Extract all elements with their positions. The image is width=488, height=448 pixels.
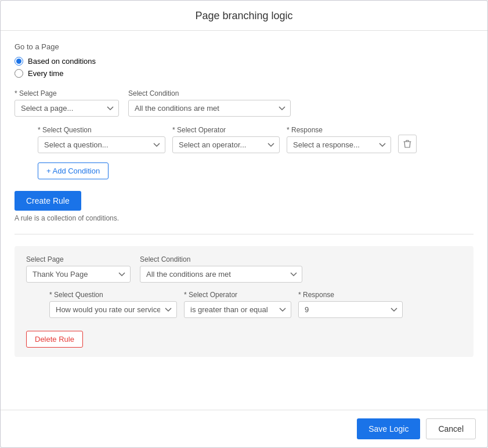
section-divider [15, 234, 473, 234]
existing-rule-response-group: * Response Select a response... 9 [298, 291, 403, 318]
modal-title: Page branching logic [12, 10, 476, 22]
radio-group: Based on conditions Every time [15, 57, 473, 78]
goto-page-label: Go to a Page [15, 42, 473, 51]
new-rule-select-condition-label: Select Condition [128, 89, 291, 97]
new-rule-select-condition-group: Select Condition All the conditions are … [128, 89, 291, 117]
new-rule-section: * Select Page Select a page... Thank You… [15, 89, 473, 222]
existing-rule-select-question-dropdown[interactable]: Select a question... How would you rate … [49, 301, 177, 318]
new-rule-select-condition-dropdown[interactable]: All the conditions are met Any of the co… [128, 100, 291, 117]
radio-every-time-label: Every time [28, 69, 63, 78]
new-rule-response-group: * Response Select a response... 9 [287, 126, 391, 153]
new-rule-select-question-group: * Select Question Select a question... H… [38, 126, 165, 153]
new-rule-select-page-group: * Select Page Select a page... Thank You… [15, 89, 119, 117]
new-rule-response-dropdown[interactable]: Select a response... 9 [287, 136, 391, 153]
existing-rule-select-condition-label: Select Condition [140, 255, 302, 263]
existing-rule-select-operator-label: * Select Operator [184, 291, 291, 299]
new-rule-select-operator-dropdown[interactable]: Select an operator... is greater than or… [172, 136, 280, 153]
new-rule-delete-condition-button[interactable] [398, 135, 417, 153]
add-condition-button[interactable]: + Add Condition [38, 162, 109, 179]
modal: Page branching logic Go to a Page Based … [0, 0, 488, 448]
new-rule-row1: * Select Page Select a page... Thank You… [15, 89, 473, 117]
modal-header: Page branching logic [1, 1, 487, 31]
existing-rule-select-page-label: Select Page [26, 255, 131, 263]
existing-rule-select-question-group: * Select Question Select a question... H… [49, 291, 177, 318]
new-rule-condition-row: * Select Question Select a question... H… [38, 126, 473, 153]
trash-icon [403, 139, 411, 149]
existing-rule-select-page-dropdown[interactable]: Thank You Page Page 2 [26, 266, 131, 283]
new-rule-select-question-dropdown[interactable]: Select a question... How would you rate … [38, 136, 165, 153]
new-rule-select-page-label: * Select Page [15, 89, 119, 97]
radio-every-time[interactable]: Every time [15, 69, 473, 78]
new-rule-select-operator-label: * Select Operator [172, 126, 280, 134]
existing-rule-section: Select Page Thank You Page Page 2 Select… [15, 246, 473, 357]
modal-footer: Save Logic Cancel [1, 410, 487, 447]
existing-rule-select-operator-dropdown[interactable]: Select an operator... is greater than or… [184, 301, 291, 318]
existing-rule-select-question-label: * Select Question [49, 291, 177, 299]
existing-rule-row1: Select Page Thank You Page Page 2 Select… [26, 255, 462, 283]
new-rule-select-page-dropdown[interactable]: Select a page... Thank You Page Page 2 [15, 100, 119, 117]
existing-rule-select-condition-dropdown[interactable]: All the conditions are met Any of the co… [140, 266, 302, 283]
delete-rule-button[interactable]: Delete Rule [26, 331, 83, 348]
existing-rule-select-page-group: Select Page Thank You Page Page 2 [26, 255, 131, 283]
radio-based-on-conditions[interactable]: Based on conditions [15, 57, 473, 66]
new-rule-response-label: * Response [287, 126, 391, 134]
existing-rule-condition-row: * Select Question Select a question... H… [49, 291, 462, 318]
existing-rule-response-label: * Response [298, 291, 403, 299]
cancel-button[interactable]: Cancel [426, 418, 476, 439]
create-rule-area: Create Rule A rule is a collection of co… [15, 191, 473, 222]
save-logic-button[interactable]: Save Logic [357, 418, 420, 439]
create-rule-button[interactable]: Create Rule [15, 191, 81, 211]
rule-hint: A rule is a collection of conditions. [15, 214, 473, 222]
modal-body: Go to a Page Based on conditions Every t… [1, 31, 487, 410]
existing-rule-select-operator-group: * Select Operator Select an operator... … [184, 291, 291, 318]
radio-based-on-conditions-label: Based on conditions [28, 57, 96, 66]
new-rule-select-question-label: * Select Question [38, 126, 165, 134]
existing-rule-response-dropdown[interactable]: Select a response... 9 [298, 301, 403, 318]
new-rule-select-operator-group: * Select Operator Select an operator... … [172, 126, 280, 153]
existing-rule-select-condition-group: Select Condition All the conditions are … [140, 255, 302, 283]
